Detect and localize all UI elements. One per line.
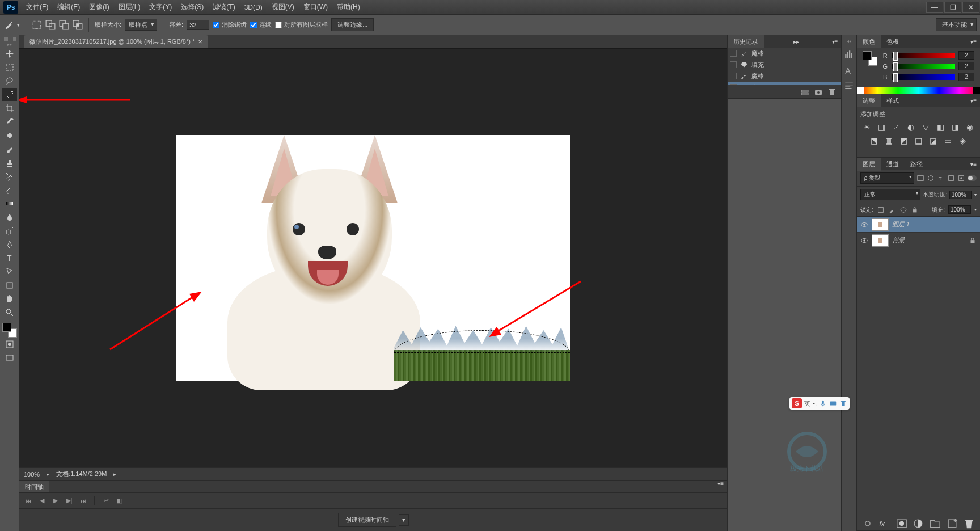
new-snapshot-icon[interactable] <box>800 87 809 96</box>
curves-icon[interactable]: ⟋ <box>890 122 902 132</box>
refine-edge-button[interactable]: 调整边缘... <box>331 18 374 31</box>
contiguous-checkbox[interactable]: 连续 <box>250 20 272 29</box>
filter-shape-icon[interactable] <box>947 174 955 182</box>
menu-edit[interactable]: 编辑(E) <box>53 0 85 14</box>
eraser-tool[interactable] <box>2 184 17 196</box>
bw-icon[interactable]: ◨ <box>949 122 961 132</box>
opacity-input[interactable]: 100% <box>949 191 972 199</box>
path-select-tool[interactable] <box>2 266 17 278</box>
adjustment-layer-icon[interactable] <box>912 517 924 530</box>
r-value[interactable]: 2 <box>958 51 974 60</box>
color-menu-icon[interactable]: ▾≡ <box>967 39 980 45</box>
history-tab[interactable]: 历史记录 <box>728 35 764 48</box>
visibility-icon[interactable] <box>860 237 868 245</box>
new-layer-icon[interactable] <box>946 517 958 530</box>
magic-wand-tool[interactable] <box>2 88 17 101</box>
transition-icon[interactable]: ◧ <box>115 496 124 505</box>
lasso-tool[interactable] <box>2 75 17 87</box>
move-tool[interactable] <box>2 48 17 60</box>
color-lookup-icon[interactable]: ▦ <box>883 136 894 146</box>
color-spectrum[interactable] <box>857 87 980 94</box>
restore-button[interactable]: ❐ <box>944 2 961 13</box>
filter-toggle[interactable] <box>968 175 977 181</box>
layer-name[interactable]: 图层 1 <box>892 220 910 229</box>
filter-adjust-icon[interactable] <box>927 174 935 182</box>
quick-mask-tool[interactable] <box>2 338 17 351</box>
layer-row[interactable]: 图层 1 <box>857 217 980 233</box>
ime-lang[interactable]: 英 <box>804 399 810 408</box>
link-layers-icon[interactable] <box>861 517 874 530</box>
channel-mixer-icon[interactable]: ⬔ <box>868 136 880 146</box>
menu-file[interactable]: 文件(F) <box>22 0 53 14</box>
color-fg-bg-swatch[interactable] <box>863 51 877 66</box>
ime-keyboard-icon[interactable] <box>829 399 837 407</box>
swatches-tab[interactable]: 色板 <box>881 35 905 48</box>
mask-icon[interactable] <box>895 517 908 530</box>
filter-type-icon[interactable]: T <box>937 174 945 182</box>
next-frame-icon[interactable]: ▶| <box>65 496 74 505</box>
create-video-timeline-button[interactable]: 创建视频时间轴 <box>338 513 396 527</box>
layer-row[interactable]: 背景 <box>857 233 980 248</box>
filter-image-icon[interactable] <box>916 174 924 182</box>
fill-input[interactable]: 100% <box>948 205 971 214</box>
menu-type[interactable]: 文字(Y) <box>145 0 176 14</box>
dodge-tool[interactable] <box>2 225 17 237</box>
minimize-button[interactable]: — <box>926 2 943 13</box>
b-value[interactable]: 2 <box>958 73 974 81</box>
selective-color-icon[interactable]: ◈ <box>957 136 968 146</box>
history-item[interactable]: 魔棒 <box>728 70 841 82</box>
group-icon[interactable] <box>929 517 941 530</box>
styles-tab[interactable]: 样式 <box>881 94 905 107</box>
history-collapse-icon[interactable]: ▸▸ <box>790 39 802 45</box>
r-slider[interactable] <box>892 53 955 58</box>
lock-pixels-icon[interactable] <box>877 206 885 214</box>
trash-icon[interactable] <box>827 87 837 96</box>
shape-tool[interactable] <box>2 279 17 292</box>
layer-thumbnail[interactable] <box>872 234 889 247</box>
camera-icon[interactable] <box>814 87 823 96</box>
ime-indicator[interactable]: S 英 •, <box>789 397 850 410</box>
canvas[interactable] <box>176 135 570 381</box>
lock-paint-icon[interactable] <box>888 206 896 214</box>
intersect-selection-icon[interactable] <box>73 20 83 30</box>
layer-thumbnail[interactable] <box>872 218 889 231</box>
type-tool[interactable]: T <box>2 252 17 264</box>
history-menu-icon[interactable]: ▾≡ <box>829 39 842 45</box>
menu-3d[interactable]: 3D(D) <box>240 1 267 14</box>
invert-icon[interactable]: ◩ <box>898 136 909 146</box>
zoom-level[interactable]: 100% <box>24 471 40 478</box>
vibrance-icon[interactable]: ▽ <box>920 122 931 132</box>
layer-name[interactable]: 背景 <box>892 236 905 245</box>
g-value[interactable]: 2 <box>958 62 974 70</box>
paths-tab[interactable]: 路径 <box>905 158 928 171</box>
subtract-selection-icon[interactable] <box>59 20 69 30</box>
tolerance-input[interactable] <box>187 20 209 30</box>
history-item[interactable]: 填充 <box>728 59 841 70</box>
menu-filter[interactable]: 滤镜(T) <box>208 0 239 14</box>
goto-last-icon[interactable]: ⏭ <box>78 496 87 505</box>
b-slider[interactable] <box>892 74 955 80</box>
blur-tool[interactable] <box>2 211 17 224</box>
history-item[interactable]: 魔棒 <box>728 48 841 59</box>
brush-tool[interactable] <box>2 143 17 155</box>
gradient-tool[interactable] <box>2 197 17 210</box>
gradient-map-icon[interactable]: ▭ <box>942 136 953 146</box>
posterize-icon[interactable]: ▤ <box>913 136 924 146</box>
blend-mode-select[interactable]: 正常 <box>860 189 920 200</box>
add-selection-icon[interactable] <box>45 20 56 30</box>
paragraph-icon[interactable] <box>844 81 854 91</box>
color-tab[interactable]: 颜色 <box>857 35 881 48</box>
ime-mic-icon[interactable] <box>819 399 827 407</box>
antialias-checkbox[interactable]: 消除锯齿 <box>213 20 247 29</box>
crop-tool[interactable] <box>2 102 17 115</box>
menu-layer[interactable]: 图层(L) <box>114 0 145 14</box>
stamp-tool[interactable] <box>2 157 17 169</box>
filter-smart-icon[interactable] <box>957 174 965 182</box>
adjustments-tab[interactable]: 调整 <box>857 94 881 107</box>
healing-tool[interactable] <box>2 129 17 142</box>
delete-layer-icon[interactable] <box>963 517 975 530</box>
visibility-icon[interactable] <box>860 221 868 229</box>
goto-first-icon[interactable]: ⏮ <box>24 496 33 505</box>
eyedropper-tool[interactable] <box>2 116 17 128</box>
channels-tab[interactable]: 通道 <box>881 158 905 171</box>
